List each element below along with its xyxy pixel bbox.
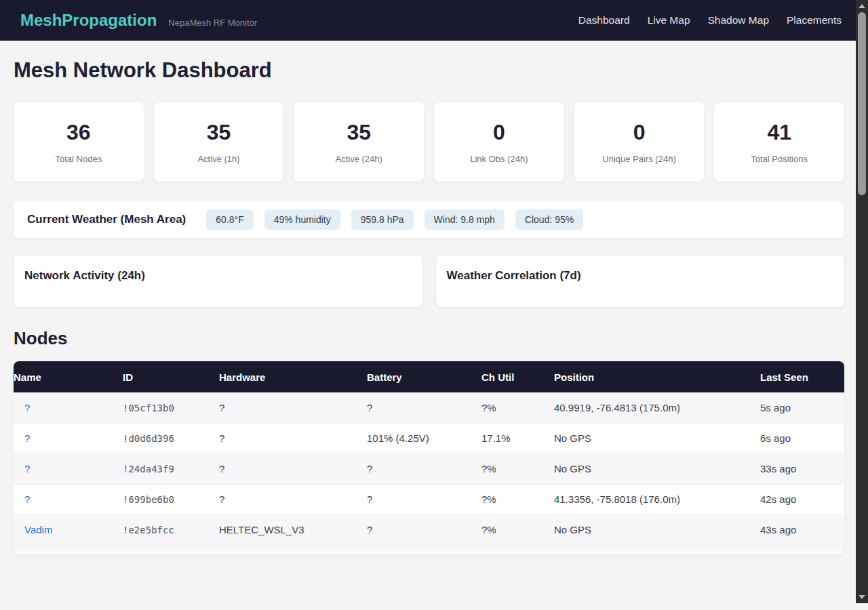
table-row: ? !05cf13b0 ? ? ?% 40.9919, -76.4813 (17… bbox=[14, 392, 844, 423]
table-row: ? !24da43f9 ? ? ?% No GPS 33s ago bbox=[14, 453, 844, 484]
nodes-heading: Nodes bbox=[14, 328, 844, 349]
node-battery-cell: ? bbox=[367, 453, 481, 484]
nav-link[interactable]: Dashboard bbox=[578, 14, 630, 26]
node-chutil-cell: ?% bbox=[481, 392, 554, 423]
weather-badges: 60.8°F 49% humidity 959.8 hPa Wind: 9.8 … bbox=[206, 209, 583, 230]
scroll-down-arrow[interactable] bbox=[856, 592, 868, 602]
node-hardware-cell: ? bbox=[219, 453, 367, 484]
table-row: ? !d0d6d396 ? 101% (4.25V) 17.1% No GPS … bbox=[14, 423, 844, 453]
weather-badge: Cloud: 95% bbox=[515, 209, 583, 230]
scrollbar-thumb[interactable] bbox=[858, 12, 866, 195]
node-name-link[interactable]: ? bbox=[24, 493, 30, 505]
nodes-table-body: ? !05cf13b0 ? ? ?% 40.9919, -76.4813 (17… bbox=[14, 392, 844, 545]
table-row-partial bbox=[14, 546, 844, 552]
node-position-cell: No GPS bbox=[554, 514, 760, 545]
stat-card: 0 Link Obs (24h) bbox=[434, 102, 564, 182]
chart-card: Weather Correlation (7d) bbox=[436, 256, 845, 307]
stat-value: 0 bbox=[493, 121, 505, 143]
node-name-cell: ? bbox=[14, 392, 123, 423]
stat-label: Unique Pairs (24h) bbox=[602, 155, 675, 163]
node-id-cell: !699be6b0 bbox=[123, 484, 219, 514]
chart-canvas-placeholder bbox=[24, 283, 412, 303]
node-name-link[interactable]: ? bbox=[24, 432, 30, 444]
node-name-link[interactable]: ? bbox=[24, 402, 30, 413]
stat-value: 35 bbox=[207, 121, 231, 143]
weather-card: Current Weather (Mesh Area) 60.8°F 49% h… bbox=[14, 201, 844, 239]
top-navbar: MeshPropagation NepaMesh RF Monitor Dash… bbox=[0, 0, 856, 41]
stat-label: Link Obs (24h) bbox=[470, 155, 528, 163]
stat-value: 0 bbox=[633, 121, 646, 143]
node-name-link[interactable]: ? bbox=[24, 463, 30, 474]
column-header: ID bbox=[123, 361, 219, 392]
node-hardware-cell: ? bbox=[219, 423, 367, 453]
table-row: ? !699be6b0 ? ? ?% 41.3356, -75.8018 (17… bbox=[14, 484, 844, 514]
weather-badge: Wind: 9.8 mph bbox=[425, 209, 505, 230]
nodes-table-wrap: Name ID Hardware Battery Ch Util Positio… bbox=[14, 361, 844, 554]
weather-badge: 49% humidity bbox=[264, 209, 340, 230]
table-row: Vadim !e2e5bfcc HELTEC_WSL_V3 ? ?% No GP… bbox=[14, 514, 844, 545]
node-battery-cell: 101% (4.25V) bbox=[367, 423, 481, 453]
node-name-cell: ? bbox=[14, 423, 123, 453]
app-logo[interactable]: MeshPropagation bbox=[20, 11, 157, 30]
stat-value: 41 bbox=[767, 121, 791, 143]
node-lastseen-cell: 6s ago bbox=[760, 423, 844, 453]
page: MeshPropagation NepaMesh RF Monitor Dash… bbox=[0, 0, 856, 610]
node-lastseen-cell: 42s ago bbox=[760, 484, 844, 514]
stat-card: 41 Total Positions bbox=[714, 102, 844, 182]
app-subtitle: NepaMesh RF Monitor bbox=[168, 18, 257, 28]
chart-title: Network Activity (24h) bbox=[24, 269, 412, 283]
node-hardware-cell: HELTEC_WSL_V3 bbox=[219, 514, 367, 545]
nav-link[interactable]: Shadow Map bbox=[708, 14, 769, 26]
stats-row: 36 Total Nodes 35 Active (1h) 35 Active … bbox=[14, 102, 844, 182]
scroll-up-arrow[interactable] bbox=[856, 1, 868, 11]
stat-label: Total Nodes bbox=[56, 155, 102, 163]
node-battery-cell: ? bbox=[367, 514, 481, 545]
node-battery-cell: ? bbox=[367, 484, 481, 514]
nav-link[interactable]: Live Map bbox=[648, 14, 690, 26]
scroll-down-icon bbox=[859, 595, 865, 599]
main-content: Mesh Network Dashboard 36 Total Nodes 35… bbox=[0, 58, 856, 571]
node-id-cell: !24da43f9 bbox=[123, 453, 219, 484]
chart-title: Weather Correlation (7d) bbox=[447, 269, 834, 283]
node-name-cell: Vadim bbox=[14, 514, 123, 545]
node-position-cell: No GPS bbox=[554, 423, 760, 453]
weather-badge: 60.8°F bbox=[206, 209, 253, 230]
column-header: Battery bbox=[367, 361, 481, 392]
node-id-cell: !e2e5bfcc bbox=[123, 514, 219, 545]
chart-card: Network Activity (24h) bbox=[14, 256, 422, 307]
page-title: Mesh Network Dashboard bbox=[14, 58, 844, 83]
scroll-up-icon bbox=[859, 4, 865, 8]
brand: MeshPropagation NepaMesh RF Monitor bbox=[20, 11, 257, 30]
node-id-cell: !d0d6d396 bbox=[123, 423, 219, 453]
weather-badge: 959.8 hPa bbox=[351, 209, 414, 230]
nodes-table-head: Name ID Hardware Battery Ch Util Positio… bbox=[14, 361, 844, 392]
table-header-row: Name ID Hardware Battery Ch Util Positio… bbox=[14, 361, 844, 392]
column-header: Name bbox=[14, 361, 123, 392]
stat-card: 36 Total Nodes bbox=[14, 102, 144, 182]
node-chutil-cell: 17.1% bbox=[481, 423, 554, 453]
node-name-link[interactable]: Vadim bbox=[24, 524, 52, 535]
node-hardware-cell: ? bbox=[219, 484, 367, 514]
chart-canvas-placeholder bbox=[447, 283, 834, 303]
node-id-cell: !05cf13b0 bbox=[123, 392, 219, 423]
column-header: Last Seen bbox=[760, 361, 844, 392]
stat-label: Active (24h) bbox=[335, 155, 382, 163]
stat-label: Total Positions bbox=[751, 155, 808, 163]
stat-value: 36 bbox=[66, 121, 91, 143]
node-chutil-cell: ?% bbox=[481, 514, 554, 545]
node-position-cell: 41.3356, -75.8018 (176.0m) bbox=[554, 484, 760, 514]
node-hardware-cell: ? bbox=[219, 392, 367, 423]
column-header: Ch Util bbox=[481, 361, 554, 392]
vertical-scrollbar[interactable] bbox=[856, 0, 868, 603]
nav-link[interactable]: Placements bbox=[787, 14, 842, 26]
node-chutil-cell: ?% bbox=[481, 484, 554, 514]
stat-value: 35 bbox=[347, 121, 371, 143]
charts-row: Network Activity (24h) Weather Correlati… bbox=[14, 256, 844, 307]
node-chutil-cell: ?% bbox=[481, 453, 554, 484]
stat-label: Active (1h) bbox=[197, 155, 239, 163]
node-lastseen-cell: 43s ago bbox=[760, 514, 844, 545]
weather-title: Current Weather (Mesh Area) bbox=[27, 213, 186, 226]
stat-card: 0 Unique Pairs (24h) bbox=[574, 102, 705, 182]
node-position-cell: No GPS bbox=[554, 453, 760, 484]
node-lastseen-cell: 33s ago bbox=[760, 453, 844, 484]
